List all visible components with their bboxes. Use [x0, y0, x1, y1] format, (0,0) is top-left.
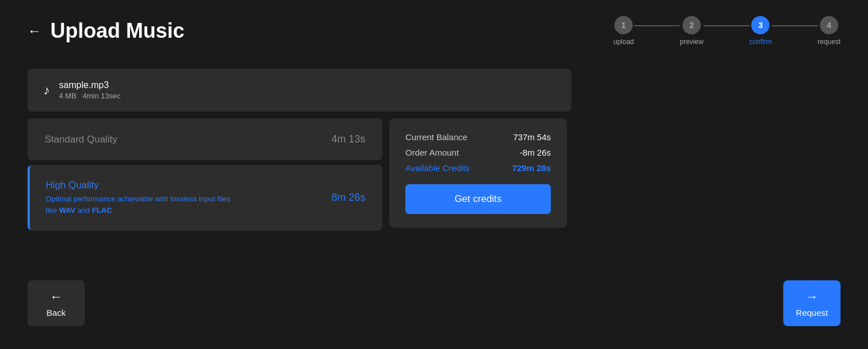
- order-amount-label: Order Amount: [405, 148, 459, 157]
- back-button-arrow-icon: ←: [50, 289, 62, 304]
- file-info: sample.mp3 4 MB 4min 13sec: [59, 80, 121, 100]
- standard-quality-left: Standard Quality: [45, 134, 117, 145]
- step-circle-request: 4: [820, 16, 838, 34]
- step-confirm[interactable]: 3 confirm: [749, 16, 772, 46]
- request-button-arrow-icon: →: [806, 289, 818, 304]
- main-content: ♪ sample.mp3 4 MB 4min 13sec Standard Qu…: [0, 46, 868, 235]
- page-title: Upload Music: [50, 19, 184, 43]
- back-button[interactable]: ← Back: [27, 280, 85, 326]
- current-balance-label: Current Balance: [405, 132, 467, 142]
- step-circle-upload: 1: [614, 16, 633, 34]
- request-button[interactable]: → Request: [783, 280, 841, 326]
- available-credits-value: 729m 28s: [512, 163, 551, 173]
- step-preview: 2 preview: [680, 16, 703, 46]
- file-meta: 4 MB 4min 13sec: [59, 92, 121, 100]
- step-request: 4 request: [818, 16, 841, 46]
- request-button-label: Request: [796, 308, 828, 318]
- music-icon: ♪: [44, 83, 50, 98]
- high-quality-time: 8m 26s: [332, 192, 365, 204]
- step-circle-preview: 2: [682, 16, 701, 34]
- quality-options: Standard Quality 4m 13s High Quality Opt…: [27, 118, 382, 235]
- step-label-confirm: confirm: [749, 38, 772, 46]
- high-quality-left: High Quality Optimal performance achieva…: [46, 180, 240, 216]
- header-left: ← Upload Music: [27, 19, 184, 43]
- step-connector-1: [634, 25, 680, 26]
- stepper: 1 upload 2 preview 3 confirm 4 request: [613, 16, 841, 46]
- file-name: sample.mp3: [59, 80, 121, 90]
- balance-card: Current Balance 737m 54s Order Amount -8…: [389, 118, 567, 228]
- step-upload: 1 upload: [613, 16, 634, 46]
- standard-quality-card[interactable]: Standard Quality 4m 13s: [27, 118, 382, 160]
- step-connector-3: [772, 25, 818, 26]
- step-label-upload: upload: [613, 38, 634, 46]
- header: ← Upload Music 1 upload 2 preview 3 conf…: [0, 0, 868, 46]
- back-button-label: Back: [46, 308, 65, 318]
- standard-quality-time: 4m 13s: [332, 133, 365, 145]
- get-credits-button[interactable]: Get credits: [405, 184, 551, 214]
- step-connector-2: [704, 25, 749, 26]
- high-quality-card[interactable]: High Quality Optimal performance achieva…: [27, 165, 382, 231]
- available-credits-row: Available Credits 729m 28s: [405, 163, 551, 173]
- step-label-request: request: [818, 38, 841, 46]
- order-amount-value: -8m 26s: [520, 148, 551, 157]
- step-circle-confirm: 3: [751, 16, 770, 34]
- order-amount-row: Order Amount -8m 26s: [405, 148, 551, 157]
- step-label-preview: preview: [680, 38, 703, 46]
- current-balance-row: Current Balance 737m 54s: [405, 132, 551, 142]
- standard-quality-title: Standard Quality: [45, 134, 117, 145]
- high-quality-description: Optimal performance achievable with loss…: [46, 193, 240, 216]
- file-bar: ♪ sample.mp3 4 MB 4min 13sec: [27, 69, 571, 112]
- available-credits-label: Available Credits: [405, 163, 469, 173]
- high-quality-title: High Quality: [46, 180, 240, 191]
- options-row: Standard Quality 4m 13s High Quality Opt…: [27, 118, 841, 235]
- current-balance-value: 737m 54s: [513, 132, 551, 142]
- back-arrow-header-icon[interactable]: ←: [27, 23, 41, 39]
